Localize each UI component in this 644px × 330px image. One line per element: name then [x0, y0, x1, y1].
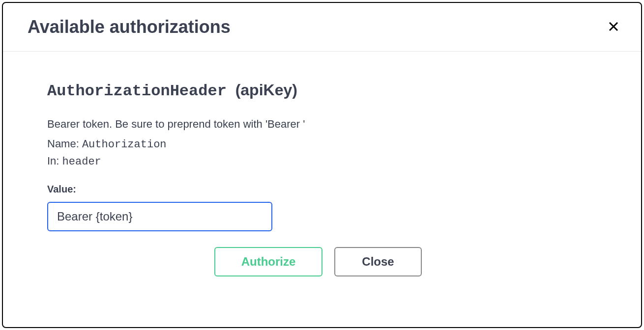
close-icon: [608, 21, 619, 32]
authorize-button[interactable]: Authorize: [214, 247, 322, 276]
auth-scheme-name: AuthorizationHeader: [47, 82, 227, 100]
auth-in-value: header: [62, 156, 101, 168]
close-button[interactable]: Close: [334, 247, 422, 276]
close-icon-button[interactable]: [606, 19, 621, 36]
value-label: Value:: [47, 184, 597, 195]
value-input[interactable]: [47, 202, 272, 231]
auth-scheme-type: (apiKey): [235, 81, 297, 99]
auth-scheme-heading: AuthorizationHeader (apiKey): [47, 81, 597, 100]
modal-body: AuthorizationHeader (apiKey) Bearer toke…: [3, 52, 641, 296]
auth-name-line: Name: Authorization: [47, 138, 597, 151]
auth-in-label: In:: [47, 155, 62, 167]
auth-name-value: Authorization: [82, 138, 167, 151]
auth-in-line: In: header: [47, 155, 597, 168]
auth-name-label: Name:: [47, 138, 82, 150]
authorization-modal: Available authorizations AuthorizationHe…: [2, 2, 642, 328]
button-row: Authorize Close: [214, 247, 597, 276]
auth-description: Bearer token. Be sure to preprend token …: [47, 118, 597, 131]
modal-header: Available authorizations: [3, 3, 641, 52]
modal-title: Available authorizations: [28, 17, 231, 37]
